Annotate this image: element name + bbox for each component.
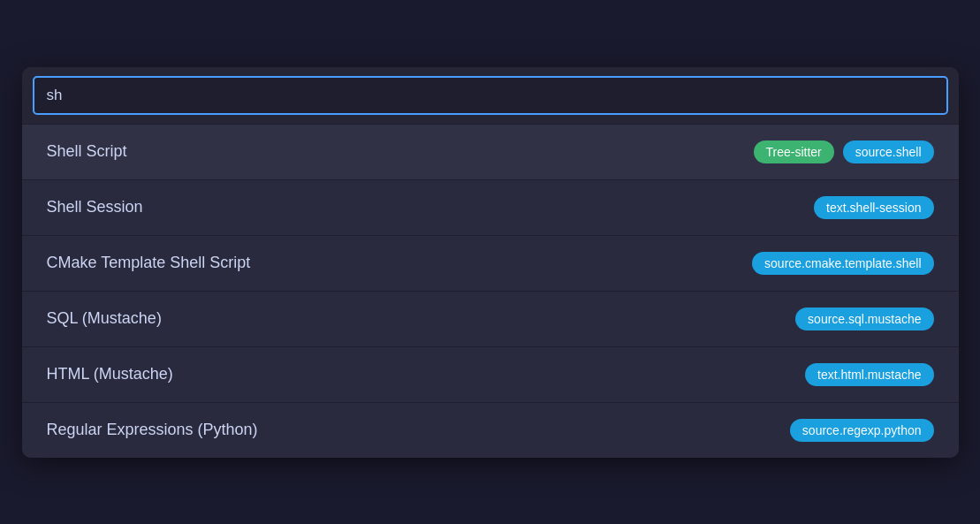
list-item[interactable]: HTML (Mustache)text.html.mustache [22, 346, 959, 402]
item-badges: source.regexp.python [790, 419, 934, 442]
list-item[interactable]: SQL (Mustache)source.sql.mustache [22, 291, 959, 346]
item-badges: Tree-sittersource.shell [754, 140, 934, 163]
item-badges: text.html.mustache [805, 363, 934, 386]
language-list: Shell ScriptTree-sittersource.shellShell… [22, 124, 959, 458]
badge: text.shell-session [814, 196, 933, 219]
badge: Tree-sitter [754, 140, 834, 163]
item-badges: source.sql.mustache [795, 308, 933, 330]
search-box [22, 67, 959, 124]
badge: source.cmake.template.shell [752, 252, 933, 275]
search-input[interactable] [33, 76, 948, 115]
list-item[interactable]: Regular Expressions (Python)source.regex… [22, 402, 959, 458]
badge: source.regexp.python [790, 419, 934, 442]
badge: source.shell [843, 140, 934, 163]
item-name: SQL (Mustache) [47, 309, 162, 328]
item-name: CMake Template Shell Script [47, 254, 251, 272]
item-name: Shell Session [47, 198, 143, 216]
list-item[interactable]: Shell Sessiontext.shell-session [22, 179, 959, 235]
list-item[interactable]: CMake Template Shell Scriptsource.cmake.… [22, 235, 959, 291]
item-badges: source.cmake.template.shell [752, 252, 933, 275]
badge: text.html.mustache [805, 363, 934, 386]
language-picker: Shell ScriptTree-sittersource.shellShell… [22, 67, 959, 458]
item-name: Regular Expressions (Python) [47, 421, 258, 439]
list-item[interactable]: Shell ScriptTree-sittersource.shell [22, 124, 959, 179]
badge: source.sql.mustache [795, 308, 933, 330]
item-name: HTML (Mustache) [47, 365, 173, 384]
item-badges: text.shell-session [814, 196, 933, 219]
item-name: Shell Script [47, 142, 127, 161]
